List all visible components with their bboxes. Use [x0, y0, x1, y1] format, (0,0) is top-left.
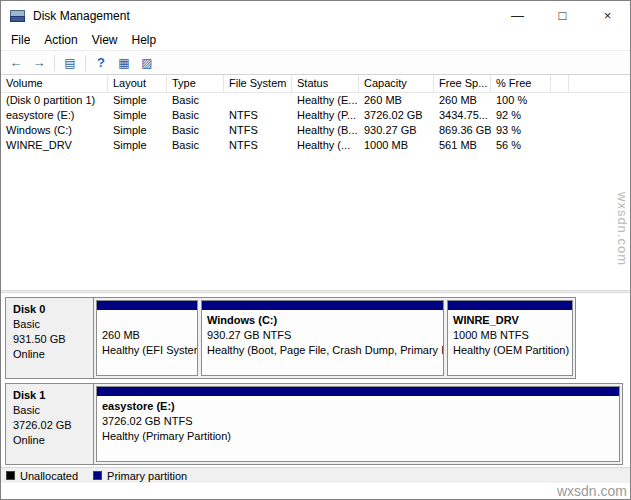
cell-volume: Windows (C:): [1, 123, 108, 138]
cell-type: Basic: [167, 123, 224, 138]
disk-status: Online: [13, 347, 86, 362]
cell-status: Healthy (B...: [292, 123, 359, 138]
column-volume[interactable]: Volume: [1, 75, 108, 92]
partition-windows-c[interactable]: Windows (C:) 930.27 GB NTFS Healthy (Boo…: [201, 300, 444, 376]
cell-free-space: 3434.75...: [434, 108, 491, 123]
menu-action[interactable]: Action: [37, 31, 84, 49]
disk-management-window: Disk Management — □ × File Action View H…: [0, 0, 631, 500]
primary-partition-label: Primary partition: [107, 470, 187, 482]
graphical-view-icon[interactable]: ▨: [137, 53, 157, 73]
cell-percent-free: 100 %: [491, 93, 551, 108]
partition-winre-drv[interactable]: WINRE_DRV 1000 MB NTFS Healthy (OEM Part…: [447, 300, 573, 376]
disk-type: Basic: [13, 403, 86, 418]
cell-type: Basic: [167, 108, 224, 123]
cell-volume: (Disk 0 partition 1): [1, 93, 108, 108]
column-percent-free[interactable]: % Free: [491, 75, 551, 92]
cell-capacity: 930.27 GB: [359, 123, 434, 138]
partition-color-bar: [448, 301, 572, 310]
partition-title: easystore (E:): [102, 399, 614, 414]
cell-status: Healthy (E...: [292, 93, 359, 108]
column-type[interactable]: Type: [167, 75, 224, 92]
help-icon[interactable]: ?: [91, 53, 111, 73]
partition-status: Healthy (EFI System: [102, 343, 192, 358]
window-title: Disk Management: [33, 9, 130, 23]
cell-capacity: 3726.02 GB: [359, 108, 434, 123]
volume-row[interactable]: Windows (C:) Simple Basic NTFS Healthy (…: [1, 123, 630, 138]
menu-file[interactable]: File: [4, 31, 37, 49]
unallocated-label: Unallocated: [20, 470, 78, 482]
volume-list-header: Volume Layout Type File System Status Ca…: [1, 75, 630, 93]
disk0-info-panel[interactable]: Disk 0 Basic 931.50 GB Online: [6, 298, 94, 378]
column-free-space[interactable]: Free Sp...: [434, 75, 491, 92]
toolbar-separator: [54, 55, 55, 71]
menu-view[interactable]: View: [85, 31, 125, 49]
cell-type: Basic: [167, 138, 224, 153]
legend-bar: Unallocated Primary partition: [1, 467, 630, 483]
maximize-button[interactable]: □: [540, 1, 585, 30]
partition-title: Windows (C:): [207, 313, 438, 328]
forward-icon[interactable]: →: [29, 53, 49, 73]
column-layout[interactable]: Layout: [108, 75, 167, 92]
cell-free-space: 561 MB: [434, 138, 491, 153]
primary-partition-swatch: [93, 471, 102, 480]
watermark-bottom: wxsdn.com: [557, 483, 627, 499]
cell-volume: WINRE_DRV: [1, 138, 108, 153]
console-tree-icon[interactable]: ▤: [60, 53, 80, 73]
cell-capacity: 260 MB: [359, 93, 434, 108]
partition-easystore-e[interactable]: easystore (E:) 3726.02 GB NTFS Healthy (…: [96, 386, 620, 462]
column-filler: [551, 75, 569, 92]
partition-size: 930.27 GB NTFS: [207, 328, 438, 343]
toolbar-separator: [85, 55, 86, 71]
graphical-view: Disk 0 Basic 931.50 GB Online 260 MB Hea…: [1, 293, 630, 467]
disk-list-view-icon[interactable]: ▦: [114, 53, 134, 73]
partition-color-bar: [97, 301, 197, 310]
disk-name: Disk 0: [13, 302, 86, 317]
cell-percent-free: 93 %: [491, 123, 551, 138]
cell-percent-free: 92 %: [491, 108, 551, 123]
volume-row[interactable]: WINRE_DRV Simple Basic NTFS Healthy (...…: [1, 138, 630, 153]
minimize-button[interactable]: —: [495, 1, 540, 30]
cell-layout: Simple: [108, 138, 167, 153]
disk-name: Disk 1: [13, 388, 86, 403]
disk-management-app-icon: [10, 9, 25, 22]
bottom-strip: [1, 483, 630, 499]
back-icon[interactable]: ←: [6, 53, 26, 73]
cell-file-system: NTFS: [224, 123, 292, 138]
disk-size: 3726.02 GB: [13, 418, 86, 433]
partition-status: Healthy (Boot, Page File, Crash Dump, Pr…: [207, 343, 438, 358]
disk1-info-panel[interactable]: Disk 1 Basic 3726.02 GB Online: [6, 384, 94, 464]
watermark-side: wxsdn.com: [615, 192, 630, 266]
menu-help[interactable]: Help: [125, 31, 164, 49]
column-status[interactable]: Status: [292, 75, 359, 92]
column-file-system[interactable]: File System: [224, 75, 292, 92]
disk-row-1: Disk 1 Basic 3726.02 GB Online easystore…: [5, 383, 623, 465]
cell-free-space: 869.36 GB: [434, 123, 491, 138]
cell-status: Healthy (P...: [292, 108, 359, 123]
disk-status: Online: [13, 433, 86, 448]
cell-percent-free: 56 %: [491, 138, 551, 153]
column-capacity[interactable]: Capacity: [359, 75, 434, 92]
cell-file-system: [224, 93, 292, 108]
cell-type: Basic: [167, 93, 224, 108]
cell-file-system: NTFS: [224, 108, 292, 123]
volume-row[interactable]: (Disk 0 partition 1) Simple Basic Health…: [1, 93, 630, 108]
cell-layout: Simple: [108, 123, 167, 138]
partition-size: 260 MB: [102, 328, 192, 343]
unallocated-swatch: [6, 471, 15, 480]
volume-row[interactable]: easystore (E:) Simple Basic NTFS Healthy…: [1, 108, 630, 123]
partition-efi[interactable]: 260 MB Healthy (EFI System: [96, 300, 198, 376]
disk-type: Basic: [13, 317, 86, 332]
cell-status: Healthy (...: [292, 138, 359, 153]
toolbar: ← → ▤ ? ▦ ▨: [1, 50, 630, 75]
close-button[interactable]: ×: [585, 1, 630, 30]
disk-size: 931.50 GB: [13, 332, 86, 347]
cell-volume: easystore (E:): [1, 108, 108, 123]
partition-status: Healthy (Primary Partition): [102, 429, 614, 444]
disk-row-0: Disk 0 Basic 931.50 GB Online 260 MB Hea…: [5, 297, 576, 379]
cell-free-space: 260 MB: [434, 93, 491, 108]
partition-color-bar: [97, 387, 619, 396]
cell-capacity: 1000 MB: [359, 138, 434, 153]
volume-list: Volume Layout Type File System Status Ca…: [1, 75, 630, 290]
partition-title: WINRE_DRV: [453, 313, 567, 328]
partition-status: Healthy (OEM Partition): [453, 343, 567, 358]
